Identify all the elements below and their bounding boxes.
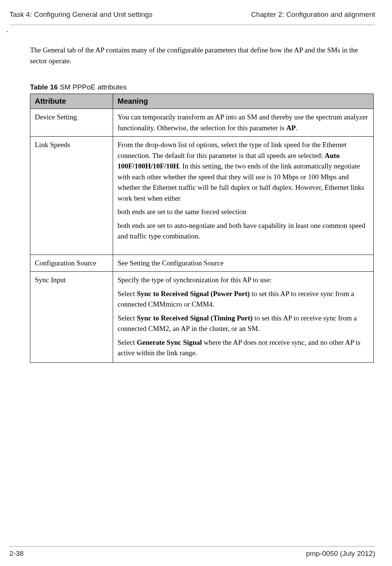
- bold-text: Sync to Received Signal (Timing Port): [137, 314, 252, 322]
- meaning-cell: See Setting the Configuration Source: [113, 255, 374, 272]
- table-row: Sync Input Specify the type of synchroni…: [30, 272, 374, 363]
- bold-text: Sync to Received Signal (Power Port): [137, 290, 250, 298]
- footer-right: pmp-0050 (July 2012): [306, 550, 375, 558]
- text: Select: [118, 314, 137, 322]
- paragraph: Select Sync to Received Signal (Power Po…: [118, 289, 370, 310]
- footer-left: 2-38: [9, 550, 24, 558]
- paragraph: Select Generate Sync Signal where the AP…: [118, 337, 370, 359]
- paragraph: Select Sync to Received Signal (Timing P…: [118, 313, 370, 334]
- meaning-cell: From the drop-down list of options, sele…: [113, 137, 374, 255]
- attr-cell: Link Speeds: [30, 137, 113, 255]
- paragraph: both ends are set to the same forced sel…: [118, 207, 370, 217]
- paragraph: both ends are set to auto-negotiate and …: [118, 220, 370, 242]
- page-footer: 2-38 pmp-0050 (July 2012): [9, 546, 375, 558]
- text: .: [296, 124, 298, 132]
- table-row: Configuration Source See Setting the Con…: [30, 255, 374, 272]
- bold-text: Generate Sync Signal: [137, 338, 202, 346]
- main-content: The General tab of the AP contains many …: [30, 45, 375, 363]
- table-caption-label: Table 16: [30, 83, 58, 91]
- text: Select: [118, 338, 137, 346]
- meaning-cell: You can temporarily transform an AP into…: [113, 109, 374, 137]
- intro-paragraph: The General tab of the AP contains many …: [30, 45, 367, 66]
- page-header: Task 4: Configuring General and Unit set…: [9, 10, 375, 25]
- table-header-meaning: Meaning: [113, 94, 374, 109]
- meaning-cell: Specify the type of synchronization for …: [113, 272, 374, 363]
- attr-cell: Device Setting: [30, 109, 113, 137]
- paragraph: From the drop-down list of options, sele…: [118, 140, 370, 204]
- table-caption: Table 16 SM PPPoE attributes: [30, 83, 375, 91]
- table-row: Link Speeds From the drop-down list of o…: [30, 137, 374, 255]
- table-header-attribute: Attribute: [30, 94, 113, 109]
- table-row: Device Setting You can temporarily trans…: [30, 109, 374, 137]
- text: From the drop-down list of options, sele…: [118, 141, 347, 159]
- header-rule: [9, 25, 375, 25]
- dash-mark: -: [6, 28, 375, 34]
- header-right: Chapter 2: Configuration and alignment: [251, 10, 375, 19]
- attr-cell: Sync Input: [30, 272, 113, 363]
- footer-rule: [9, 546, 375, 547]
- table-header-row: Attribute Meaning: [30, 94, 374, 109]
- attr-cell: Configuration Source: [30, 255, 113, 272]
- attributes-table: Attribute Meaning Device Setting You can…: [30, 94, 374, 363]
- table-caption-title: SM PPPoE attributes: [58, 83, 127, 91]
- header-left: Task 4: Configuring General and Unit set…: [9, 10, 152, 19]
- paragraph: Specify the type of synchronization for …: [118, 275, 370, 286]
- text: You can temporarily transform an AP into…: [118, 113, 368, 132]
- bold-text: AP: [286, 124, 295, 132]
- text: Select: [118, 290, 137, 298]
